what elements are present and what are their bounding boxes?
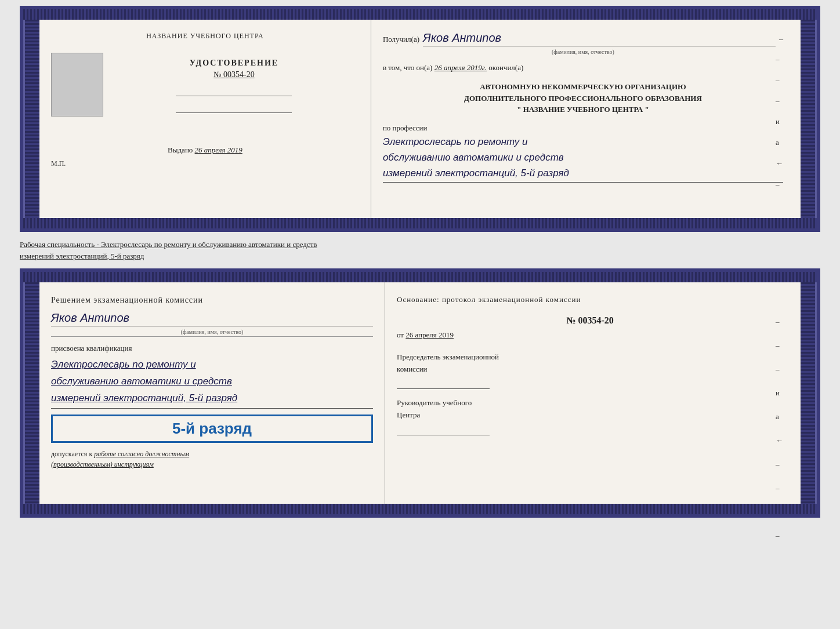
resolution-allow: допускается к работе согласно должностны… (51, 449, 373, 470)
chairman-sign-line (397, 377, 490, 389)
cert-top-content: НАЗВАНИЕ УЧЕБНОГО ЦЕНТРА УДОСТОВЕРЕНИЕ №… (39, 9, 801, 228)
director-sign-line (397, 424, 490, 435)
cert-bottom-left-panel: Решением экзаменационной комиссии Яков А… (39, 282, 385, 504)
cert-photo-placeholder (51, 53, 103, 117)
cert-top-document: НАЗВАНИЕ УЧЕБНОГО ЦЕНТРА УДОСТОВЕРЕНИЕ №… (20, 6, 820, 232)
cert-doc-type: УДОСТОВЕРЕНИЕ (190, 59, 278, 68)
resolution-title: Решением экзаменационной комиссии (51, 294, 373, 307)
spine-left (23, 9, 39, 228)
bottom-doc-top-spine (23, 272, 817, 282)
cert-number-top: № 00354-20 (213, 70, 255, 79)
assigned-label: присвоена квалификация (51, 344, 373, 353)
spine-left-bottom (23, 272, 39, 514)
cert-mp-label: М.П. (51, 159, 66, 168)
cert-bottom-content: Решением экзаменационной комиссии Яков А… (39, 272, 801, 514)
cert-org-fullname: АВТОНОМНУЮ НЕКОММЕРЧЕСКУЮ ОРГАНИЗАЦИЮ ДО… (383, 81, 783, 115)
cert-line-1 (176, 96, 292, 96)
top-spine-bar (23, 9, 817, 20)
chairman-block: Председатель экзаменационной комиссии (397, 351, 783, 392)
document-wrapper: НАЗВАНИЕ УЧЕБНОГО ЦЕНТРА УДОСТОВЕРЕНИЕ №… (20, 6, 820, 518)
cert-bottom-document: Решением экзаменационной комиссии Яков А… (20, 268, 820, 518)
director-block: Руководитель учебного Центра (397, 397, 783, 438)
cert-org-name-top: НАЗВАНИЕ УЧЕБНОГО ЦЕНТРА (146, 31, 264, 41)
spine-right-top (801, 9, 817, 228)
cert-issued-date: Выдано 26 апреля 2019 (168, 146, 242, 155)
spine-right-bottom (801, 272, 817, 514)
cert-profession-value-top: Электрослесарь по ремонту и обслуживанию… (383, 134, 783, 183)
basis-date: от 26 апреля 2019 (397, 330, 783, 340)
cert-top-left-panel: НАЗВАНИЕ УЧЕБНОГО ЦЕНТРА УДОСТОВЕРЕНИЕ №… (39, 20, 371, 218)
annotation-text: Рабочая специальность - Электрослесарь п… (20, 237, 820, 264)
bottom-spine-bar (23, 218, 817, 228)
cert-line-2 (176, 112, 292, 113)
grade-badge: 5-й разряд (51, 415, 373, 443)
recipient-subtitle-top: (фамилия, имя, отчество) (383, 49, 783, 55)
resolution-qual-value: Электрослесарь по ремонту и обслуживанию… (51, 357, 373, 409)
basis-number: № 00354-20 (397, 315, 783, 326)
cert-top-right-panel: Получил(а) Яков Антипов – (фамилия, имя,… (371, 20, 801, 218)
side-dashes-top: – – – и а ← – (776, 54, 783, 189)
cert-bottom-right-panel: Основание: протокол экзаменационной коми… (385, 282, 801, 504)
resolution-name: Яков Антипов (51, 311, 373, 326)
bottom-doc-bottom-spine (23, 504, 817, 514)
resolution-name-subtitle: (фамилия, имя, отчество) (51, 329, 373, 337)
basis-title: Основание: протокол экзаменационной коми… (397, 294, 783, 306)
